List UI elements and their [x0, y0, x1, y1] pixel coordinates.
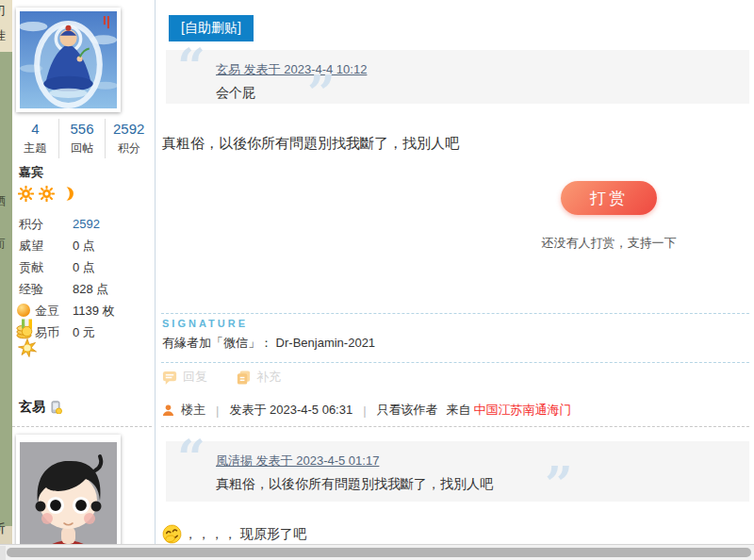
poster-location-link[interactable]: 中国江苏南通海门 — [474, 402, 572, 419]
prop-label: 经验 — [19, 278, 43, 300]
edge-fragment: 斫 — [0, 520, 6, 537]
star-medal-icon — [18, 338, 37, 357]
buddha-avatar-image — [20, 11, 117, 108]
stat-replies-label: 回帖 — [59, 140, 106, 156]
post-content-area: [自助删贴] “ 玄易 发表于 2023-4-4 10:12 会个屁” 真粗俗，… — [156, 0, 754, 560]
stat-threads-label: 主题 — [12, 140, 58, 156]
stat-replies: 556 回帖 — [58, 119, 106, 158]
user-level-icons — [18, 186, 75, 202]
quote1-header-link[interactable]: 玄易 发表于 2023-4-4 10:12 — [216, 62, 367, 76]
edge-fragment: 晒 — [0, 193, 6, 210]
horizontal-scrollbar[interactable] — [0, 544, 754, 560]
mobile-online-icon — [49, 401, 62, 414]
sun-icon — [18, 186, 34, 202]
quote2-body: 真粗俗，以後你所有問題別找我斷了，找別人吧” — [216, 476, 738, 493]
post-meta-row: 楼主 | 发表于 2023-4-5 06:31 | 只看该作者 来自 中国江苏南… — [162, 402, 572, 419]
user-profile-sidebar: 4 主题 556 回帖 2592 积分 嘉宾 — [12, 0, 156, 560]
prop-experience: 经验 828 点 — [12, 278, 156, 300]
gold-bean-icon — [16, 303, 31, 318]
stat-credits-count[interactable]: 2592 — [106, 121, 152, 137]
reward-button[interactable]: 打赏 — [561, 181, 657, 215]
user-avatar[interactable] — [16, 8, 121, 112]
prop-value: 828 点 — [73, 278, 108, 300]
sidebar-divider — [12, 426, 152, 427]
post-timestamp: 发表于 2023-4-5 06:31 — [229, 402, 352, 419]
reward-hint-text: 还没有人打赏，支持一下 — [496, 235, 722, 252]
prop-label: 积分 — [19, 213, 43, 235]
sidebar-username-row: 玄易 — [19, 399, 62, 416]
open-quote-icon: “ — [177, 42, 205, 91]
user-medals — [18, 319, 37, 357]
meta-bottom-divider — [161, 426, 749, 427]
quote2-header-link[interactable]: 風清揚 发表于 2023-4-5 01:17 — [216, 453, 379, 468]
prop-prestige: 威望 0 点 — [12, 235, 156, 256]
post-actions: 回复 补充 — [162, 369, 281, 386]
only-author-link[interactable]: 只看该作者 — [377, 402, 438, 419]
reply-post-content: ，，，， 现原形了吧 — [184, 526, 306, 543]
hand-over-mouth-emoji-icon — [160, 522, 184, 546]
prop-label: 威望 — [19, 235, 43, 256]
reply-button-label: 回复 — [183, 369, 207, 386]
stat-threads: 4 主题 — [12, 119, 58, 158]
stat-credits-label: 积分 — [106, 140, 152, 156]
stat-threads-count[interactable]: 4 — [12, 121, 58, 137]
quote2-text: 真粗俗，以後你所有問題別找我斷了，找別人吧 — [216, 476, 493, 491]
quote-block-2: “ 風清揚 发表于 2023-4-5 01:17 真粗俗，以後你所有問題別找我斷… — [166, 441, 749, 502]
forum-post-page: 刃 挂 晒 而 斫 — [0, 0, 754, 560]
signature-bottom-divider — [161, 362, 749, 363]
quote1-body: 会个屁” — [216, 85, 738, 102]
prop-label: 易币 — [35, 321, 59, 343]
prop-label: 金豆 — [35, 300, 59, 321]
prop-contribution: 贡献 0 点 — [12, 256, 156, 278]
pages-icon — [236, 370, 252, 386]
scrollbar-thumb[interactable] — [7, 548, 751, 557]
edge-fragment: 挂 — [0, 27, 6, 44]
sun-icon — [39, 186, 55, 202]
edge-fragment: 刃 — [0, 3, 6, 20]
prop-value: 0 点 — [73, 235, 95, 256]
meta-separator: | — [359, 404, 369, 418]
reply-button[interactable]: 回复 — [162, 369, 207, 386]
reply-user-avatar[interactable] — [16, 435, 121, 560]
moon-icon — [59, 186, 75, 202]
prop-value: 0 元 — [73, 321, 95, 343]
quote1-text: 会个屁 — [216, 85, 255, 100]
scrollbar-corner — [0, 546, 6, 560]
username-link[interactable]: 玄易 — [19, 399, 45, 416]
prop-value-link[interactable]: 2592 — [73, 213, 100, 235]
stat-credits: 2592 积分 — [105, 119, 152, 158]
ribbon-medal-icon — [18, 319, 37, 338]
user-stats: 4 主题 556 回帖 2592 积分 — [12, 119, 152, 158]
prop-value: 0 点 — [73, 256, 95, 278]
edge-fragment: 而 — [0, 236, 6, 253]
quote-block-1: “ 玄易 发表于 2023-4-4 10:12 会个屁” — [166, 50, 749, 104]
prop-label: 贡献 — [19, 256, 43, 278]
prop-value: 1139 枚 — [73, 300, 115, 321]
supplement-button[interactable]: 补充 — [236, 369, 281, 386]
user-group-label: 嘉宾 — [19, 164, 43, 181]
prop-credits: 积分 2592 — [12, 213, 156, 235]
person-icon — [162, 404, 174, 417]
meta-separator: | — [212, 404, 222, 418]
stat-replies-count[interactable]: 556 — [59, 121, 106, 137]
open-quote-icon: “ — [177, 434, 205, 483]
poster-role-badge[interactable]: 楼主 — [181, 402, 205, 419]
signature-top-divider — [161, 313, 749, 314]
page-edge-background: 刃 挂 晒 而 斫 — [0, 0, 12, 560]
reply-post-text: ，，，， 现原形了吧 — [162, 524, 306, 544]
supplement-button-label: 补充 — [256, 369, 281, 386]
speech-bubble-icon — [162, 370, 178, 386]
signature-heading: SIGNATURE — [162, 318, 248, 329]
signature-text: 有緣者加「微信」： Dr-Benjamin-2021 — [162, 335, 375, 352]
cartoon-boy-avatar-image — [20, 438, 117, 560]
from-label: 来自 — [447, 402, 471, 419]
post-body-text: 真粗俗，以後你所有問題別找我斷了，找別人吧 — [162, 135, 459, 153]
